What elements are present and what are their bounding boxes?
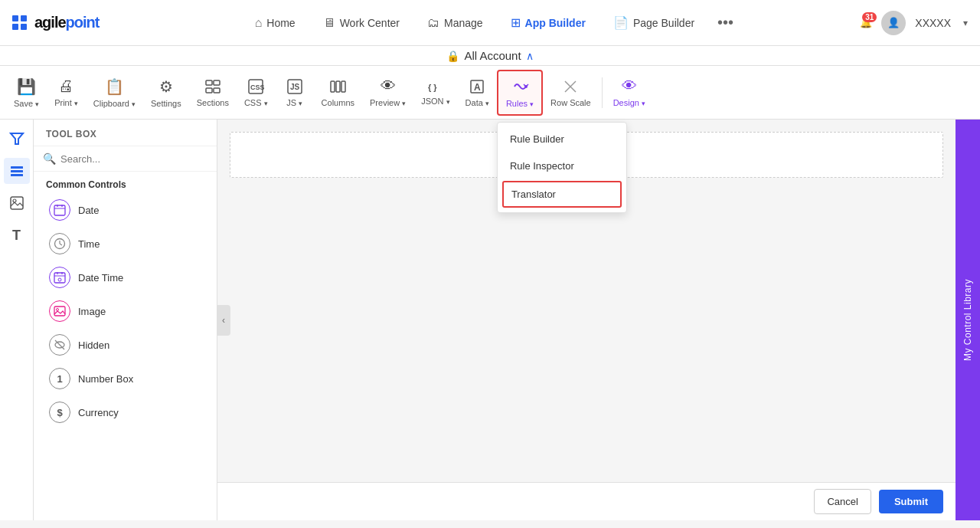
funnel-icon [9, 131, 24, 146]
sections-icon [204, 78, 221, 95]
clipboard-label: Clipboard ▾ [93, 99, 136, 108]
item-label-time: Time [78, 238, 100, 250]
toolbar-data[interactable]: A Data ▾ [458, 70, 497, 116]
toolbar-sections[interactable]: Sections [189, 70, 237, 116]
toolbox-item-image[interactable]: Image [37, 294, 214, 328]
settings-label: Settings [151, 99, 181, 108]
canvas-cell-2 [591, 132, 943, 178]
list-icon [9, 163, 24, 179]
columns-icon [329, 78, 346, 95]
toolbar-print[interactable]: 🖨 Print ▾ [47, 70, 86, 116]
text-icon: T [12, 228, 21, 244]
home-icon [255, 16, 263, 30]
nav-items: Home 🖥 Work Center 🗂 Manage ⊞ App Builde… [123, 8, 860, 38]
toolbox-item-currency[interactable]: $ Currency [37, 395, 214, 429]
toolbox-item-hidden[interactable]: Hidden [37, 328, 214, 362]
nav-label-home: Home [266, 17, 295, 29]
toolbox-item-numberbox[interactable]: 1 Number Box [37, 362, 214, 395]
chevron-left-icon: ‹ [222, 315, 225, 326]
nav-item-pagebuilder[interactable]: 📄 Page Builder [603, 9, 705, 36]
toolbox-item-date[interactable]: Date [37, 193, 214, 227]
css-label: CSS ▾ [244, 98, 268, 107]
svg-rect-19 [11, 170, 23, 172]
toolbar-clipboard[interactable]: 📋 Clipboard ▾ [86, 70, 143, 116]
toolbox-item-time[interactable]: Time [37, 227, 214, 261]
dropdown-rule-builder[interactable]: Rule Builder [498, 126, 626, 152]
image-icon [9, 195, 24, 211]
sidebar-icon-image[interactable] [4, 190, 30, 216]
json-label: JSON ▾ [421, 97, 449, 106]
js-label: JS ▾ [286, 98, 302, 107]
hidden-icon [49, 334, 70, 356]
lock-icon: 🔒 [446, 50, 459, 62]
calendar-icon [49, 199, 70, 221]
nav-item-manage[interactable]: 🗂 Manage [416, 10, 494, 36]
toolbar-json[interactable]: { } JSON ▾ [413, 70, 457, 116]
svg-rect-20 [11, 174, 23, 176]
rules-icon [511, 77, 529, 96]
toolbox-panel: TOOL BOX 🔍 Common Controls Date Time Dat… [34, 120, 217, 520]
sidebar-icon-text[interactable]: T [4, 222, 30, 248]
svg-rect-23 [54, 205, 65, 215]
rules-label: Rules ▾ [506, 99, 534, 108]
svg-point-34 [58, 278, 61, 281]
nav-item-workcenter[interactable]: 🖥 Work Center [312, 10, 410, 36]
nav-item-appbuilder[interactable]: ⊞ App Builder [500, 9, 596, 36]
sidebar-icon-funnel[interactable] [4, 126, 30, 152]
notification-count: 31 [862, 12, 877, 22]
search-input[interactable] [60, 153, 207, 165]
nav-label-workcenter: Work Center [340, 17, 400, 29]
print-label: Print ▾ [54, 98, 78, 107]
chevron-up-icon: ∧ [526, 50, 534, 62]
grid-icon: ⊞ [511, 15, 521, 30]
logo[interactable]: agilepoint [12, 14, 99, 31]
svg-rect-2 [206, 88, 212, 93]
svg-rect-3 [214, 88, 220, 93]
canvas-footer: Cancel Submit [217, 482, 956, 520]
save-icon: 💾 [17, 77, 36, 96]
toolbar-preview[interactable]: 👁 Preview ▾ [362, 70, 413, 116]
page-icon: 📄 [613, 15, 629, 30]
toolbar: 💾 Save ▾ 🖨 Print ▾ 📋 Clipboard ▾ ⚙ Setti… [0, 66, 980, 120]
toolbar-css[interactable]: CSS CSS ▾ [237, 70, 276, 116]
avatar[interactable]: 👤 [881, 11, 906, 35]
columns-label: Columns [322, 98, 354, 107]
right-sidebar[interactable]: My Control Library [956, 120, 980, 520]
svg-rect-35 [54, 307, 65, 316]
cancel-button[interactable]: Cancel [814, 489, 871, 514]
image-tool-icon [49, 300, 70, 322]
chevron-down-icon[interactable]: ▾ [963, 18, 968, 28]
svg-point-36 [57, 309, 59, 311]
notification-bell[interactable]: 🔔 31 [860, 17, 872, 28]
collapse-panel-button[interactable]: ‹ [217, 305, 230, 336]
svg-text:{ }: { } [428, 83, 437, 92]
toolbar-save[interactable]: 💾 Save ▾ [6, 70, 47, 116]
nav-label-manage: Manage [444, 17, 483, 29]
rowscale-icon [562, 78, 579, 95]
submit-button[interactable]: Submit [879, 490, 943, 513]
svg-rect-9 [336, 81, 340, 92]
toolbox-item-datetime[interactable]: Date Time [37, 261, 214, 294]
sections-label: Sections [197, 98, 229, 107]
logo-grid [12, 15, 27, 30]
subheader[interactable]: 🔒 All Account ∧ [0, 46, 980, 66]
toolbar-rowscale[interactable]: Row Scale [543, 70, 599, 116]
sidebar-icon-list[interactable] [4, 158, 30, 184]
dropdown-translator[interactable]: Translator [502, 181, 622, 208]
toolbar-design[interactable]: 👁 Design ▾ [606, 70, 653, 116]
toolbar-settings[interactable]: ⚙ Settings [143, 70, 189, 116]
nav-item-home[interactable]: Home [244, 10, 306, 36]
svg-marker-17 [11, 133, 23, 144]
more-button[interactable]: ••• [711, 8, 740, 38]
dropdown-rule-inspector[interactable]: Rule Inspector [498, 152, 626, 179]
svg-line-29 [60, 244, 62, 245]
nav-label-appbuilder: App Builder [525, 17, 586, 29]
save-label: Save ▾ [14, 99, 39, 108]
toolbar-rules[interactable]: Rules ▾ [497, 70, 543, 116]
toolbar-rules-wrapper: Rules ▾ Rule Builder Rule Inspector Tran… [497, 70, 543, 116]
toolbar-columns[interactable]: Columns [314, 70, 362, 116]
toolbar-js[interactable]: JS JS ▾ [276, 70, 314, 116]
right-sidebar-label: My Control Library [962, 270, 973, 370]
logo-dot [21, 15, 27, 21]
item-label-datetime: Date Time [78, 272, 123, 284]
